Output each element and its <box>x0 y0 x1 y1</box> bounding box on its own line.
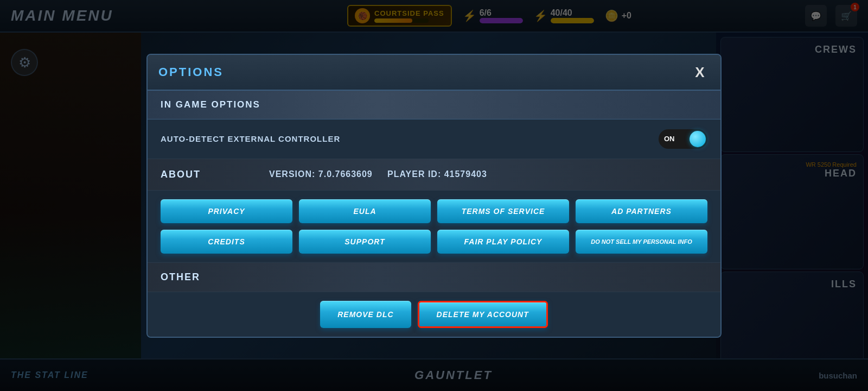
modal-body: IN GAME OPTIONS AUTO-DETECT EXTERNAL CON… <box>148 91 720 337</box>
other-section: OTHER <box>148 263 720 292</box>
eula-button[interactable]: EULA <box>299 199 431 223</box>
modal-close-button[interactable]: X <box>690 62 710 82</box>
delete-account-button[interactable]: DELETE MY ACCOUNT <box>418 301 548 328</box>
other-label: OTHER <box>161 272 707 283</box>
controller-toggle-row: AUTO-DETECT EXTERNAL CONTROLLER ON <box>148 119 720 159</box>
credits-button[interactable]: CREDITS <box>161 230 292 254</box>
player-id-text: PLAYER ID: 41579403 <box>387 169 487 179</box>
toggle-switch[interactable]: ON <box>659 129 707 149</box>
fair-play-button[interactable]: Fair Play Policy <box>437 230 569 254</box>
controller-label: AUTO-DETECT EXTERNAL CONTROLLER <box>161 134 340 143</box>
modal-title: OPTIONS <box>158 65 224 79</box>
remove-dlc-button[interactable]: REMOVE DLC <box>320 301 411 328</box>
toggle-knob <box>690 131 706 147</box>
do-not-sell-button[interactable]: Do Not Sell My Personal Info <box>576 230 707 254</box>
buttons-grid-row1: PRIVACY EULA TERMS OF SERVICE AD PARTNER… <box>148 191 720 263</box>
version-text: VERSION: 7.0.7663609 <box>269 169 373 179</box>
about-label: ABOUT <box>161 169 269 180</box>
support-button[interactable]: SUPPORT <box>299 230 431 254</box>
bottom-buttons: REMOVE DLC DELETE MY ACCOUNT <box>148 292 720 337</box>
in-game-section-header: IN GAME OPTIONS <box>148 91 720 119</box>
ad-partners-button[interactable]: AD PARTNERS <box>576 199 707 223</box>
modal-overlay: OPTIONS X IN GAME OPTIONS AUTO-DETECT EX… <box>0 0 868 391</box>
version-info: VERSION: 7.0.7663609 PLAYER ID: 41579403 <box>269 169 487 179</box>
about-row: ABOUT VERSION: 7.0.7663609 PLAYER ID: 41… <box>148 159 720 191</box>
toggle-on-text: ON <box>664 135 675 143</box>
in-game-title: IN GAME OPTIONS <box>161 99 707 110</box>
modal-header: OPTIONS X <box>148 55 720 91</box>
privacy-button[interactable]: PRIVACY <box>161 199 292 223</box>
options-modal: OPTIONS X IN GAME OPTIONS AUTO-DETECT EX… <box>146 54 722 338</box>
terms-button[interactable]: TERMS OF SERVICE <box>437 199 569 223</box>
